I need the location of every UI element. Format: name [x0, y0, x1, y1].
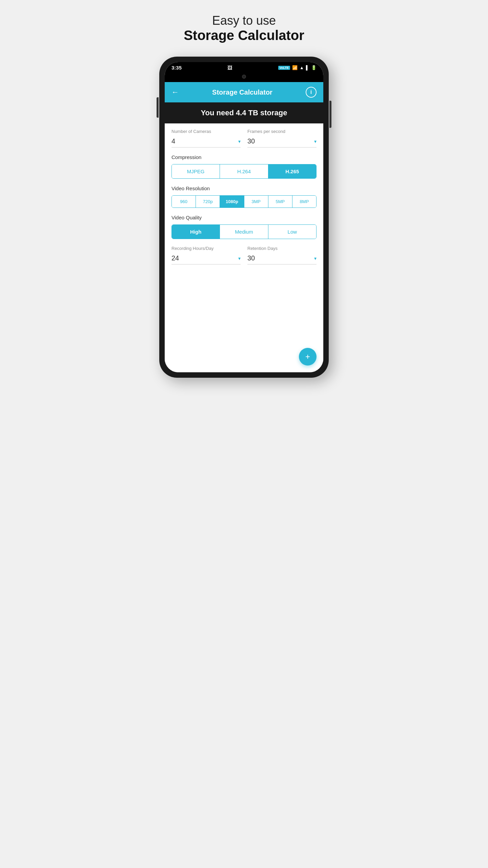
- bottom-empty: [171, 271, 317, 339]
- wifi-icon: ▲: [300, 65, 304, 70]
- resolution-1080p[interactable]: 1080p: [220, 196, 244, 208]
- recording-retention-row: Recording Hours/Day 24 ▾ Retention Days …: [171, 246, 317, 264]
- quality-low[interactable]: Low: [268, 225, 316, 239]
- compression-h264[interactable]: H.264: [220, 164, 268, 178]
- cameras-fps-row: Number of Cameras 4 ▾ Frames per second …: [171, 129, 317, 147]
- phone-shell: 3:35 🖼 VoLTE 📶 ▲ ▌ 🔋 ← Storage C: [159, 57, 329, 378]
- cameras-label: Number of Cameras: [171, 129, 241, 134]
- recording-arrow-icon: ▾: [238, 256, 241, 261]
- compression-mjpeg[interactable]: MJPEG: [172, 164, 220, 178]
- fab-area: +: [165, 344, 323, 372]
- battery-icon: 🔋: [311, 65, 317, 70]
- status-time: 3:35: [171, 65, 182, 71]
- cameras-select[interactable]: 4 ▾: [171, 135, 241, 147]
- retention-select[interactable]: 30 ▾: [247, 252, 317, 264]
- quality-label: Video Quality: [171, 215, 317, 220]
- cameras-arrow-icon: ▾: [238, 139, 241, 144]
- resolution-5mp[interactable]: 5MP: [268, 196, 292, 208]
- resolution-label: Video Resolution: [171, 185, 317, 191]
- recording-value: 24: [171, 254, 179, 262]
- camera-notch: [242, 75, 246, 79]
- cameras-field: Number of Cameras 4 ▾: [171, 129, 241, 147]
- photo-icon: 🖼: [227, 65, 232, 71]
- resolution-8mp[interactable]: 8MP: [292, 196, 316, 208]
- retention-arrow-icon: ▾: [314, 256, 317, 261]
- fab-button[interactable]: +: [299, 348, 317, 366]
- recording-label: Recording Hours/Day: [171, 246, 241, 251]
- recording-field: Recording Hours/Day 24 ▾: [171, 246, 241, 264]
- cameras-value: 4: [171, 137, 175, 145]
- page-wrapper: Easy to use Storage Calculator 3:35 🖼 Vo…: [149, 14, 339, 378]
- info-button[interactable]: i: [306, 87, 317, 98]
- resolution-toggle: 960 720p 1080p 3MP 5MP 8MP: [171, 195, 317, 208]
- compression-toggle: MJPEG H.264 H.265: [171, 164, 317, 179]
- retention-label: Retention Days: [247, 246, 317, 251]
- app-bar: ← Storage Calculator i: [165, 82, 323, 102]
- app-content: Number of Cameras 4 ▾ Frames per second …: [165, 123, 323, 344]
- phone-screen: 3:35 🖼 VoLTE 📶 ▲ ▌ 🔋 ← Storage C: [165, 62, 323, 372]
- notch: [224, 73, 264, 81]
- compression-h265[interactable]: H.265: [268, 164, 316, 178]
- resolution-720p[interactable]: 720p: [196, 196, 220, 208]
- headline: Easy to use Storage Calculator: [184, 14, 304, 43]
- result-text: You need 4.4 TB storage: [201, 108, 287, 117]
- retention-value: 30: [247, 254, 255, 262]
- volte-badge: VoLTE: [278, 66, 290, 70]
- quality-high[interactable]: High: [172, 225, 220, 239]
- fps-arrow-icon: ▾: [314, 139, 317, 144]
- headline-bold: Storage Calculator: [184, 28, 304, 43]
- fps-field: Frames per second 30 ▾: [247, 129, 317, 147]
- app-bar-title: Storage Calculator: [184, 88, 300, 96]
- fps-value: 30: [247, 137, 255, 145]
- headline-top: Easy to use: [184, 14, 304, 28]
- compression-label: Compression: [171, 154, 317, 160]
- status-icons: VoLTE 📶 ▲ ▌ 🔋: [278, 65, 317, 70]
- quality-medium[interactable]: Medium: [220, 225, 268, 239]
- fps-select[interactable]: 30 ▾: [247, 135, 317, 147]
- back-button[interactable]: ←: [171, 88, 179, 97]
- fps-label: Frames per second: [247, 129, 317, 134]
- quality-toggle: High Medium Low: [171, 224, 317, 239]
- recording-select[interactable]: 24 ▾: [171, 252, 241, 264]
- retention-field: Retention Days 30 ▾: [247, 246, 317, 264]
- result-banner: You need 4.4 TB storage: [165, 102, 323, 123]
- signal-icon: 📶: [292, 65, 298, 70]
- status-bar: 3:35 🖼 VoLTE 📶 ▲ ▌ 🔋: [165, 62, 323, 73]
- signal-bars-icon: ▌: [306, 65, 309, 70]
- resolution-960[interactable]: 960: [172, 196, 196, 208]
- notch-area: [165, 73, 323, 82]
- resolution-3mp[interactable]: 3MP: [244, 196, 268, 208]
